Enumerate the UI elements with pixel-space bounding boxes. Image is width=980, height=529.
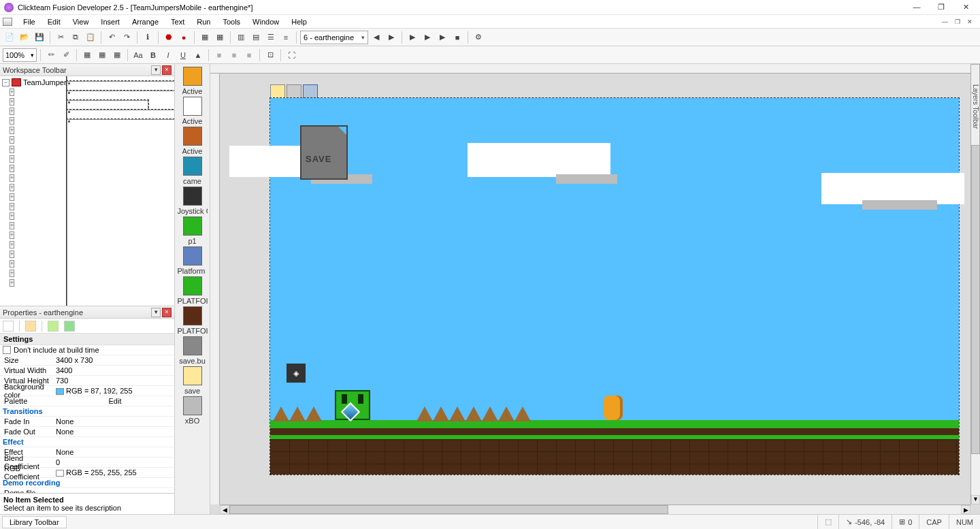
menu-run[interactable]: Run	[191, 16, 216, 27]
save-block-sprite[interactable]: SAVE	[300, 125, 348, 180]
panel-close-button[interactable]: ×	[162, 308, 172, 317]
prop-row[interactable]: Fade OutNone	[0, 427, 174, 437]
italic-button[interactable]: I	[161, 48, 175, 62]
expand-icon[interactable]: +	[10, 89, 14, 96]
object-item[interactable]: Platform Movem	[178, 246, 208, 275]
align-center-button[interactable]: ≡	[227, 48, 241, 62]
undo-button[interactable]: ↶	[105, 31, 118, 44]
mdi-icon[interactable]	[3, 18, 12, 26]
edit-button[interactable]: Edit	[109, 397, 122, 405]
close-button[interactable]: ✕	[960, 3, 972, 12]
run-project-button[interactable]: ▶	[436, 31, 449, 44]
run-frame-button[interactable]: ▶	[421, 31, 434, 44]
object-item[interactable]: Active	[178, 97, 208, 125]
grid3-icon[interactable]: ▦	[110, 48, 124, 62]
prop-value[interactable]: RGB = 87, 192, 255	[54, 387, 174, 395]
new-button[interactable]: 📄	[3, 31, 16, 44]
expand-icon[interactable]: −	[2, 79, 10, 86]
object-item[interactable]: Joystick Control	[178, 187, 208, 215]
mdi-close-button[interactable]: ✕	[965, 18, 975, 25]
center-frame-button[interactable]: ⊡	[263, 48, 277, 62]
zoom-selector[interactable]: 100%	[3, 48, 37, 62]
storyboard-editor-button[interactable]: ▦	[198, 31, 212, 44]
spray-icon[interactable]: ✏	[44, 48, 58, 62]
checkbox[interactable]	[3, 346, 11, 354]
pin-button[interactable]: ▾	[151, 65, 161, 75]
spike-sprite[interactable]	[482, 406, 498, 421]
frame-editor-button[interactable]: ▦	[213, 31, 227, 44]
expand-icon[interactable]: +	[10, 184, 14, 191]
expand-icon[interactable]: +	[10, 203, 14, 210]
object-item[interactable]: save.bu	[178, 336, 208, 365]
spike-sprite[interactable]	[416, 406, 433, 421]
panel-close-button[interactable]: ×	[162, 65, 172, 75]
cut-button[interactable]: ✂	[54, 31, 67, 44]
object-item[interactable]: came	[178, 157, 208, 185]
expand-icon[interactable]: +	[10, 279, 14, 287]
prop-row[interactable]: Demo file	[0, 488, 174, 493]
prop-row[interactable]: Virtual Width3400	[0, 366, 174, 376]
control-object[interactable]: ◈	[287, 364, 306, 383]
expand-icon[interactable]: +	[10, 117, 14, 125]
record-icon[interactable]: ●	[177, 31, 191, 44]
minimize-button[interactable]: —	[911, 3, 923, 12]
scroll-right-button[interactable]: ▶	[961, 505, 970, 514]
scroll-down-button[interactable]: ▼	[971, 495, 980, 504]
about-button[interactable]: ℹ	[141, 31, 154, 44]
prop-row[interactable]: Size3400 x 730	[0, 355, 174, 366]
object-item[interactable]: xBO	[178, 396, 208, 425]
save-button[interactable]: 💾	[33, 31, 46, 44]
prop-value[interactable]: 0	[54, 458, 174, 466]
scroll-track[interactable]	[229, 505, 961, 514]
redo-button[interactable]: ↷	[120, 31, 133, 44]
font-icon[interactable]: Aa	[131, 48, 145, 62]
align-right-button[interactable]: ≡	[242, 48, 256, 62]
frame-editor[interactable]: SAVE ◈	[210, 64, 980, 514]
prop-tab-settings[interactable]	[3, 321, 14, 332]
underline-button[interactable]: U	[176, 48, 190, 62]
spike-sprite[interactable]	[433, 406, 449, 421]
expand-icon[interactable]: +	[10, 98, 14, 106]
paste-button[interactable]: 📋	[84, 31, 97, 44]
prop-value[interactable]: None	[54, 448, 174, 456]
next-frame-button[interactable]: ▶	[385, 31, 398, 44]
maximize-button[interactable]: ❐	[935, 3, 947, 12]
game-frame[interactable]: SAVE ◈	[270, 98, 959, 475]
prop-row[interactable]: RGB CoefficientRGB = 255, 255, 255	[0, 468, 174, 478]
frame-selector[interactable]: 6 - earthengine	[300, 31, 368, 44]
prop-row[interactable]: Don't include at build time	[0, 345, 174, 355]
menu-edit[interactable]: Edit	[42, 16, 66, 27]
menu-file[interactable]: File	[18, 16, 41, 27]
data-elements-button[interactable]: ☰	[264, 31, 278, 44]
prop-row[interactable]: PaletteEdit	[0, 396, 174, 406]
behavior-button[interactable]: ≡	[279, 31, 293, 44]
prop-value[interactable]: None	[54, 417, 174, 426]
coin-sprite[interactable]	[604, 396, 623, 420]
expand-icon[interactable]: +	[10, 174, 14, 182]
spike-sprite[interactable]	[289, 406, 306, 421]
spike-sprite[interactable]	[306, 406, 322, 421]
menu-help[interactable]: Help	[286, 16, 312, 27]
spike-sprite[interactable]	[514, 406, 531, 421]
expand-icon[interactable]: +	[10, 212, 14, 220]
expand-icon[interactable]: +	[10, 155, 14, 163]
bold-button[interactable]: B	[146, 48, 160, 62]
spike-sprite[interactable]	[498, 406, 514, 421]
menu-arrange[interactable]: Arrange	[127, 16, 164, 27]
ground-sprite[interactable]	[270, 423, 959, 475]
library-toolbar-tab[interactable]: Library Toolbar	[2, 516, 67, 528]
stop-button[interactable]: ■	[451, 31, 464, 44]
expand-icon[interactable]: +	[10, 222, 14, 229]
object-item[interactable]: PLATFOI	[178, 276, 208, 305]
spike-sprite[interactable]	[466, 406, 482, 421]
scroll-left-button[interactable]: ◀	[220, 505, 229, 514]
object-item[interactable]: PLATFOI	[178, 306, 208, 335]
menu-tools[interactable]: Tools	[217, 16, 246, 27]
copy-button[interactable]: ⧉	[69, 31, 82, 44]
scroll-thumb[interactable]	[229, 505, 668, 514]
prop-value[interactable]: 3400	[54, 366, 174, 374]
color-swatch[interactable]	[56, 470, 64, 477]
align-left-button[interactable]: ≡	[212, 48, 226, 62]
color-swatch[interactable]	[56, 388, 64, 395]
menu-text[interactable]: Text	[165, 16, 190, 27]
